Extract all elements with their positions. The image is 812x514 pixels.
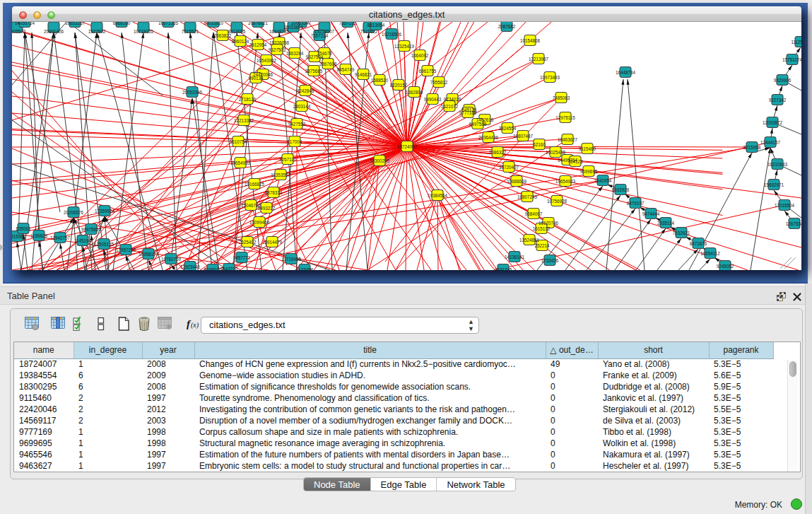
svg-text:9699695: 9699695 [580,169,598,174]
svg-text:18724007: 18724007 [397,144,418,149]
svg-text:12325419: 12325419 [394,44,415,49]
svg-text:3875685: 3875685 [305,69,323,74]
svg-text:16099469: 16099469 [249,220,270,225]
svg-text:15914479: 15914479 [262,240,283,245]
svg-text:19218506: 19218506 [382,32,402,37]
svg-text:20876821: 20876821 [248,22,269,25]
svg-text:9734028: 9734028 [444,97,461,102]
svg-text:9327503: 9327503 [269,47,286,52]
svg-text:9427552: 9427552 [288,122,306,127]
svg-text:154678: 154678 [317,51,332,56]
svg-text:17016504: 17016504 [775,203,795,208]
svg-text:12942757: 12942757 [50,235,71,240]
svg-text:9684067: 9684067 [525,211,543,216]
svg-text:10719155: 10719155 [134,29,154,34]
svg-text:9331245: 9331245 [495,267,512,271]
svg-text:16782759: 16782759 [161,257,182,262]
svg-text:6961755: 6961755 [419,69,437,74]
svg-text:12975115: 12975115 [555,115,575,120]
svg-text:2867608: 2867608 [319,62,337,66]
svg-text:10154808: 10154808 [520,38,541,43]
svg-text:9245012: 9245012 [204,267,222,271]
svg-text:16543962: 16543962 [257,58,277,63]
svg-text:16033809: 16033809 [283,25,304,30]
svg-text:99975867: 99975867 [81,227,102,232]
svg-text:7955812: 7955812 [430,80,448,85]
svg-text:8123456: 8123456 [296,267,314,271]
svg-text:7643210: 7643210 [220,267,238,271]
svg-text:8960124: 8960124 [232,39,249,44]
svg-text:12923446: 12923446 [180,264,201,269]
svg-text:1588520: 1588520 [371,78,389,83]
svg-text:(x): (x) [191,321,199,329]
svg-text:1863284: 1863284 [286,51,304,56]
svg-text:8878334: 8878334 [265,190,283,195]
svg-text:16120746: 16120746 [539,221,559,226]
svg-text:10654112: 10654112 [700,251,720,256]
svg-text:9242848: 9242848 [297,88,314,93]
svg-text:17957255: 17957255 [116,247,136,252]
svg-text:7515521: 7515521 [182,29,199,34]
svg-text:9245052: 9245052 [717,264,734,269]
svg-text:15720407: 15720407 [499,165,519,170]
svg-text:1362804: 1362804 [406,90,423,95]
svg-text:20206576: 20206576 [64,210,84,215]
svg-text:9474444: 9474444 [642,211,660,216]
svg-text:1664092: 1664092 [411,53,429,58]
svg-text:9777169: 9777169 [459,110,477,115]
svg-text:7485063: 7485063 [553,95,570,100]
svg-text:18463627: 18463627 [558,137,578,142]
svg-text:16671355: 16671355 [158,22,179,25]
svg-text:252214: 252214 [534,243,550,248]
svg-text:16448785: 16448785 [269,29,290,34]
svg-text:18807249: 18807249 [517,194,538,199]
svg-text:11125419: 11125419 [791,40,801,45]
svg-text:19654933: 19654933 [230,160,251,165]
svg-text:7663822: 7663822 [214,33,232,38]
svg-text:6966160: 6966160 [113,22,131,25]
svg-text:8220157: 8220157 [390,83,408,88]
svg-text:19384554: 19384554 [428,193,448,198]
svg-text:3824554: 3824554 [499,126,517,131]
svg-text:1145194: 1145194 [74,238,92,243]
svg-text:835061: 835061 [16,226,31,231]
svg-text:14055724: 14055724 [15,22,35,25]
svg-text:9990443: 9990443 [424,97,442,102]
svg-text:10807487: 10807487 [513,134,534,139]
svg-text:10653267: 10653267 [65,22,86,25]
svg-text:7625402: 7625402 [239,240,257,245]
svg-text:15751074: 15751074 [782,57,801,62]
svg-text:12093872: 12093872 [763,120,783,125]
svg-text:7357225: 7357225 [339,22,357,25]
svg-text:6479197: 6479197 [627,201,645,206]
svg-text:1621072: 1621072 [441,104,459,109]
svg-text:10756928: 10756928 [547,199,567,204]
svg-text:10973493: 10973493 [540,75,560,80]
svg-text:9146821: 9146821 [355,72,372,77]
svg-text:7632621: 7632621 [673,230,690,235]
svg-text:16448784: 16448784 [616,70,636,75]
svg-text:2935114: 2935114 [657,221,675,226]
svg-text:20053346: 20053346 [182,90,203,95]
svg-text:1615132: 1615132 [533,226,551,231]
svg-text:8813054: 8813054 [367,23,385,28]
svg-text:12444157: 12444157 [760,140,781,145]
svg-text:20364436: 20364436 [478,135,499,140]
svg-text:10025438: 10025438 [546,150,566,155]
svg-text:1267534: 1267534 [786,221,801,226]
svg-text:8454749: 8454749 [337,67,355,72]
svg-text:5493222: 5493222 [258,206,276,211]
svg-text:9457771: 9457771 [233,255,251,260]
svg-text:13524851: 13524851 [519,238,540,243]
svg-text:18226058: 18226058 [269,40,290,45]
svg-text:7386322: 7386322 [489,150,507,155]
svg-text:9227342: 9227342 [769,98,787,103]
svg-text:16210643: 16210643 [767,162,788,167]
svg-text:6497568: 6497568 [469,122,487,127]
svg-text:7515522: 7515522 [360,29,378,34]
svg-text:117004: 117004 [288,139,302,144]
svg-text:1527602: 1527602 [88,29,106,34]
svg-text:7357224: 7357224 [311,33,329,38]
svg-text:8933928: 8933928 [612,187,630,192]
svg-text:2718126: 2718126 [239,97,257,102]
